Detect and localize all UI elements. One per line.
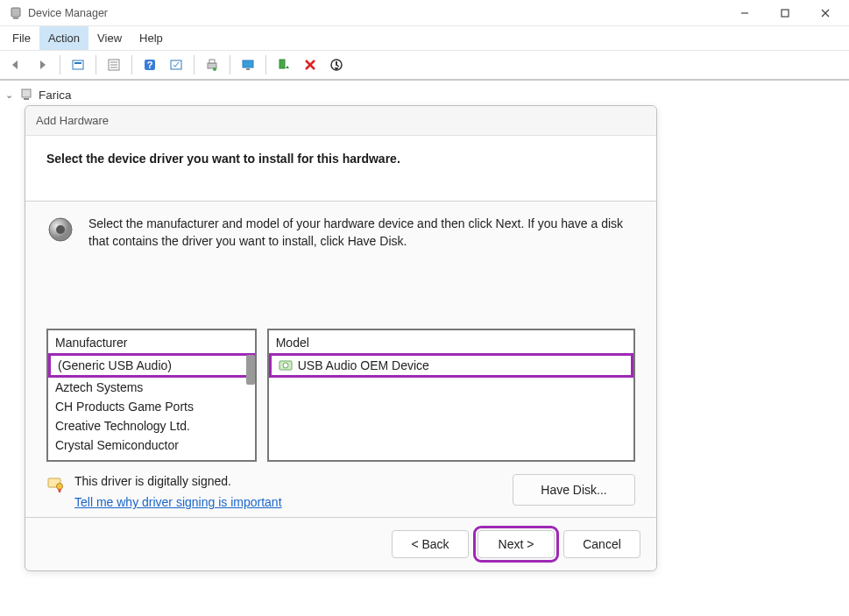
toolbar-separator [60,55,60,74]
window-controls [725,0,845,26]
svg-rect-7 [74,62,81,64]
next-button[interactable]: Next > [478,530,555,558]
tree-root-label: Farica [39,89,72,102]
manufacturer-header: Manufacturer [48,330,255,355]
menu-action[interactable]: Action [39,26,88,50]
update-driver-icon[interactable] [272,53,296,77]
toolbar: ? [0,51,849,81]
signed-message: This driver is digitally signed. [74,474,282,488]
toolbar-separator [230,55,230,74]
svg-point-30 [283,363,288,368]
toolbar-separator [96,55,96,74]
svg-text:?: ? [147,60,153,70]
model-item-label: USB Audio OEM Device [298,358,429,372]
svg-rect-3 [782,10,789,17]
add-hardware-dialog: Add Hardware Select the device driver yo… [25,105,657,571]
properties-icon[interactable] [102,53,126,77]
forward-icon[interactable] [30,53,54,77]
svg-rect-16 [209,60,215,63]
list-item[interactable]: USB Audio OEM Device [269,353,633,378]
speaker-icon [46,216,74,244]
computer-icon [19,88,33,102]
disable-icon[interactable] [324,53,349,77]
toolbar-separator [265,55,266,74]
list-item[interactable]: Crystal Semiconductor [48,435,255,455]
monitor-icon[interactable] [236,53,260,77]
menu-file[interactable]: File [4,26,39,50]
print-icon[interactable] [200,53,224,77]
dialog-header: Select the device driver you want to ins… [25,136,656,202]
dialog-body: Select the manufacturer and model of you… [25,202,656,517]
help-icon[interactable]: ? [138,53,162,77]
certificate-icon [46,476,64,493]
manufacturer-listbox[interactable]: Manufacturer (Generic USB Audio) Aztech … [46,329,257,462]
close-button[interactable] [805,0,845,26]
model-header: Model [269,330,633,355]
svg-rect-20 [279,60,285,68]
device-tree: ⌄ Farica [0,81,849,105]
back-icon[interactable] [4,53,28,77]
minimize-button[interactable] [725,0,765,26]
svg-rect-25 [22,89,31,97]
dialog-footer: < Back Next > Cancel [25,517,656,570]
menu-view[interactable]: View [88,26,131,50]
svg-point-28 [56,225,65,234]
window-title: Device Manager [28,7,108,19]
scan-icon[interactable] [164,53,188,77]
svg-rect-6 [73,60,83,69]
menu-help[interactable]: Help [131,26,172,50]
dialog-title: Add Hardware [36,114,109,127]
svg-point-17 [213,67,216,71]
svg-rect-18 [243,60,253,67]
uninstall-icon[interactable] [298,53,322,77]
toolbar-separator [131,55,132,74]
list-item[interactable]: CH Products Game Ports [48,397,255,416]
svg-rect-1 [13,18,18,19]
maximize-button[interactable] [765,0,805,26]
chevron-down-icon[interactable]: ⌄ [5,89,14,101]
dialog-titlebar[interactable]: Add Hardware [25,106,656,136]
titlebar: Device Manager [0,0,849,26]
svg-rect-26 [24,98,29,100]
device-manager-icon [9,6,23,20]
have-disk-button[interactable]: Have Disk... [513,474,635,506]
list-item[interactable]: Creative Technology Ltd. [48,416,255,435]
svg-point-32 [57,484,63,490]
model-listbox[interactable]: Model USB Audio OEM Device [267,329,635,462]
list-item[interactable]: Aztech Systems [48,378,255,397]
driver-disk-icon [279,358,293,372]
cancel-button[interactable]: Cancel [563,530,640,558]
scrollbar-thumb[interactable] [246,355,255,385]
svg-rect-0 [11,8,20,17]
list-item[interactable]: (Generic USB Audio) [48,353,255,378]
svg-rect-19 [246,68,250,70]
back-button[interactable]: < Back [392,530,469,558]
dialog-heading: Select the device driver you want to ins… [46,152,635,166]
driver-signing-link[interactable]: Tell me why driver signing is important [74,495,282,509]
show-hidden-icon[interactable] [66,53,90,77]
tree-root-node[interactable]: ⌄ Farica [0,84,849,105]
dialog-instruction: Select the manufacturer and model of you… [88,216,635,250]
toolbar-separator [194,55,195,74]
menubar: File Action View Help [0,26,849,51]
